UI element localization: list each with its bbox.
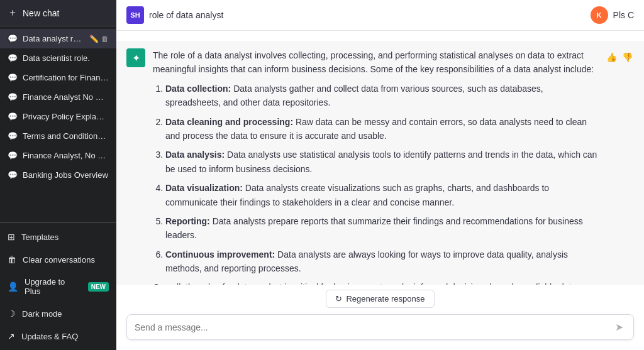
thumbs-down-button[interactable]: 👎	[621, 51, 634, 63]
chat-bubble-icon: 💬	[8, 73, 18, 82]
chat-bubble-icon: 💬	[8, 53, 18, 63]
chat-item[interactable]: 💬 Privacy Policy Explanation.	[0, 107, 116, 126]
right-avatar: K	[591, 6, 608, 24]
message-input-row: ➤	[126, 314, 634, 340]
bookmark-icon: ⊞	[8, 232, 15, 242]
clear-label: Clear conversations	[23, 255, 95, 265]
sidebar-item-clear[interactable]: 🗑 Clear conversations	[0, 248, 116, 271]
chat-list: 💬 Data analyst role. ✏️ 🗑 💬 Data scienti…	[0, 26, 116, 222]
sidebar: ＋ New chat 💬 Data analyst role. ✏️ 🗑 💬 D…	[0, 0, 116, 350]
chat-item-label: Finance Analyst No Experien...	[23, 92, 109, 102]
plus-icon: ＋	[8, 6, 18, 19]
bottom-area: ↻ Regenerate response ➤	[116, 285, 644, 350]
external-link-icon: ↗	[8, 331, 15, 341]
templates-label: Templates	[21, 232, 58, 242]
regenerate-label: Regenerate response	[346, 294, 425, 304]
chat-item-label: Banking Jobs Overview	[23, 170, 109, 180]
chat-item-label: Data scientist role.	[23, 53, 109, 63]
assistant-list: Data collection: Data analysts gather an…	[153, 82, 597, 276]
regenerate-row: ↻ Regenerate response	[126, 290, 634, 308]
gpt-avatar: ✦	[126, 48, 145, 67]
sidebar-bottom: ⊞ Templates 🗑 Clear conversations 👤 Upgr…	[0, 222, 116, 350]
list-item: Data visualization: Data analysts create…	[165, 181, 597, 209]
chat-item[interactable]: 💬 Certification for Financial Ana...	[0, 68, 116, 87]
send-button[interactable]: ➤	[613, 320, 626, 334]
header-right-section: K Pls C	[591, 6, 634, 24]
chat-bubble-icon: 💬	[8, 112, 18, 121]
assistant-intro: The role of a data analyst involves coll…	[153, 48, 597, 77]
chat-item[interactable]: 💬 Data analyst role. ✏️ 🗑	[0, 29, 116, 48]
chat-item[interactable]: 💬 Data scientist role.	[0, 48, 116, 68]
chat-item[interactable]: 💬 Banking Jobs Overview	[0, 165, 116, 185]
chat-item-label: Finance Analyst, No Experien...	[23, 151, 109, 160]
header-message: role of data analyst	[149, 10, 223, 20]
chat-item[interactable]: 💬 Finance Analyst No Experien...	[0, 87, 116, 107]
person-icon: 👤	[8, 282, 18, 292]
faq-label: Updates & FAQ	[21, 332, 78, 341]
chat-item-label: Terms and Conditions Expla...	[23, 131, 109, 141]
chat-item-actions: ✏️ 🗑	[89, 35, 109, 43]
regenerate-icon: ↻	[335, 294, 342, 304]
chat-area: ✦ The role of a data analyst involves co…	[116, 31, 644, 285]
chat-bubble-icon: 💬	[8, 151, 18, 160]
chat-bubble-icon: 💬	[8, 170, 18, 180]
delete-icon[interactable]: 🗑	[101, 35, 109, 43]
regenerate-button[interactable]: ↻ Regenerate response	[326, 290, 434, 308]
header-right-text: Pls C	[613, 10, 634, 20]
new-badge: NEW	[88, 282, 109, 292]
upgrade-label: Upgrade to Plus	[25, 277, 82, 296]
header-user-section: SH role of data analyst	[126, 6, 223, 24]
send-icon: ➤	[615, 322, 623, 332]
user-avatar: SH	[126, 6, 144, 24]
trash-icon: 🗑	[8, 254, 16, 265]
gpt-icon: ✦	[132, 52, 140, 64]
chat-item[interactable]: 💬 Finance Analyst, No Experien...	[0, 146, 116, 165]
assistant-message-row: ✦ The role of a data analyst involves co…	[116, 41, 644, 285]
chat-item-label: Privacy Policy Explanation.	[23, 112, 109, 121]
message-input[interactable]	[135, 322, 613, 332]
sidebar-item-templates[interactable]: ⊞ Templates	[0, 226, 116, 248]
list-item: Continuous improvement: Data analysts ar…	[165, 248, 597, 276]
new-chat-button[interactable]: ＋ New chat	[0, 0, 116, 26]
moon-icon: ☽	[8, 309, 16, 319]
new-chat-label: New chat	[23, 8, 59, 18]
sidebar-item-dark-mode[interactable]: ☽ Dark mode	[0, 302, 116, 325]
message-actions: 👍 👎	[605, 51, 634, 63]
dark-mode-label: Dark mode	[22, 309, 62, 319]
chat-header: SH role of data analyst K Pls C	[116, 0, 644, 31]
main-content: SH role of data analyst K Pls C ✦ The ro…	[116, 0, 644, 350]
chat-bubble-icon: 💬	[8, 92, 18, 102]
chat-item-label: Data analyst role.	[23, 34, 84, 43]
list-item: Reporting: Data analysts prepare reports…	[165, 214, 597, 243]
chat-item[interactable]: 💬 Terms and Conditions Expla...	[0, 126, 116, 146]
chat-item-label: Certification for Financial Ana...	[23, 73, 109, 82]
edit-icon[interactable]: ✏️	[89, 35, 99, 43]
list-item: Data cleaning and processing: Raw data c…	[165, 115, 597, 143]
sidebar-item-faq[interactable]: ↗ Updates & FAQ	[0, 325, 116, 347]
thumbs-up-button[interactable]: 👍	[605, 51, 618, 63]
list-item: Data analysis: Data analysts use statist…	[165, 148, 597, 176]
sidebar-item-upgrade[interactable]: 👤 Upgrade to Plus NEW	[0, 271, 116, 302]
chat-bubble-icon: 💬	[8, 131, 18, 141]
chat-bubble-icon: 💬	[8, 34, 18, 43]
list-item: Data collection: Data analysts gather an…	[165, 82, 597, 110]
assistant-message-content: The role of a data analyst involves coll…	[153, 48, 597, 285]
